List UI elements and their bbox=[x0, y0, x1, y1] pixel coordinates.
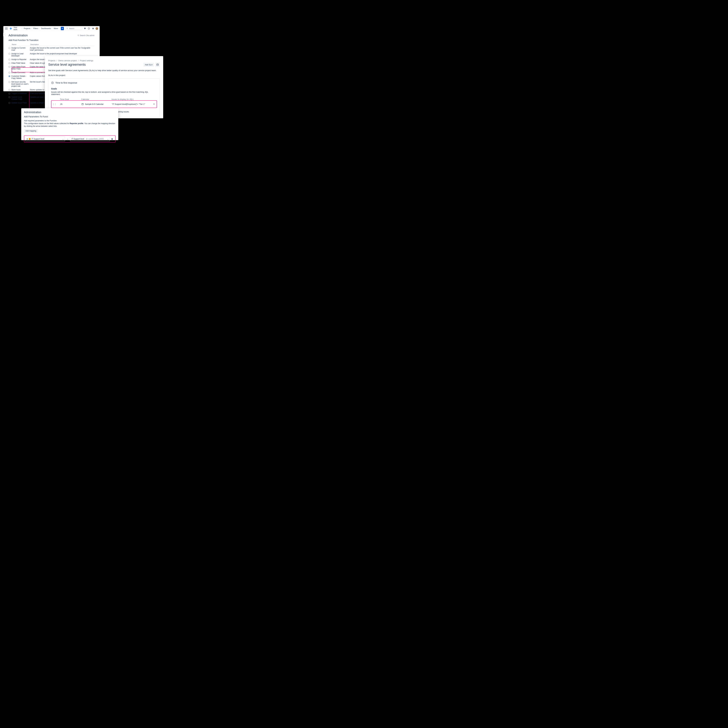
radio-icon[interactable] bbox=[9, 62, 10, 64]
nav-projects[interactable]: Projects⌄ bbox=[24, 28, 32, 29]
radio-icon[interactable] bbox=[9, 53, 10, 55]
function-name: Assign to Reporter bbox=[11, 58, 30, 61]
function-desc: Assigns the issue to the project/compone… bbox=[30, 53, 95, 55]
remove-goal-icon[interactable]: ✕ bbox=[152, 103, 156, 105]
col-desc: Description bbox=[30, 44, 95, 45]
svg-line-10 bbox=[67, 29, 68, 29]
crumb-projects[interactable]: Projects bbox=[48, 60, 55, 62]
clock-icon bbox=[51, 81, 54, 84]
search-icon bbox=[78, 35, 79, 36]
target-field-select[interactable]: IT Support level id: customfield_10055 ⌄ bbox=[70, 137, 110, 141]
svg-rect-6 bbox=[5, 29, 6, 29]
svg-text:?: ? bbox=[89, 28, 89, 29]
radio-icon[interactable] bbox=[9, 102, 10, 104]
svg-rect-5 bbox=[7, 28, 8, 29]
nav-filters[interactable]: Filters⌄ bbox=[33, 28, 40, 29]
breadcrumb: Projects/ Demo service project/ Project … bbox=[48, 60, 160, 62]
function-name: Assign to Current User bbox=[11, 47, 30, 51]
radio-icon[interactable] bbox=[9, 75, 10, 77]
function-name: Customer Details - Copy Values bbox=[11, 75, 30, 80]
delete-mapping-icon[interactable] bbox=[111, 138, 114, 140]
sla-intro: Set time goals with Service Level Agreem… bbox=[48, 69, 160, 72]
function-name: Create Comment bbox=[11, 72, 30, 73]
svg-rect-20 bbox=[82, 104, 83, 105]
add-sla-button[interactable]: Add SLA bbox=[143, 63, 154, 67]
sla-in-project-label: SLAs in this project: bbox=[48, 74, 160, 76]
function-name: Update Issue Custom Field bbox=[11, 96, 30, 100]
svg-rect-4 bbox=[6, 28, 7, 29]
calendar-icon bbox=[81, 103, 84, 105]
goals-desc: Issues will be checked against this list… bbox=[51, 91, 157, 95]
col-name: Name bbox=[12, 44, 30, 45]
goal-jql: "IT Support level[Dropdown]"= "Tier 1" bbox=[112, 103, 152, 105]
svg-rect-2 bbox=[7, 28, 8, 28]
panel-parameters: Administration Add Parameters To Funct A… bbox=[21, 108, 118, 140]
field-type-icon: ▾ bbox=[29, 138, 31, 140]
function-row[interactable]: Assign to Current UserAssigns the issue … bbox=[9, 46, 95, 52]
nav-dashboards[interactable]: Dashboards⌄ bbox=[41, 28, 53, 29]
radio-icon[interactable] bbox=[9, 66, 10, 68]
radio-icon[interactable] bbox=[9, 59, 10, 60]
sla-goal-row[interactable]: ⋮⋮ 2h Sample 9-5 Calendar "IT Support le… bbox=[51, 100, 157, 108]
help-icon[interactable]: ? bbox=[87, 27, 90, 30]
subtitle: Add Post Function To Transition bbox=[9, 39, 95, 41]
radio-icon[interactable] bbox=[9, 72, 10, 73]
radio-icon[interactable] bbox=[9, 93, 10, 94]
col-jql: Issues to display (in JQL) bbox=[112, 98, 157, 100]
target-field-id: id: customfield_10055 bbox=[86, 138, 104, 140]
svg-rect-7 bbox=[6, 29, 7, 29]
direction-arrow-icon[interactable]: → bbox=[66, 138, 69, 140]
svg-line-14 bbox=[78, 36, 79, 36]
page-title: Administration bbox=[9, 34, 28, 37]
radio-icon[interactable] bbox=[9, 89, 10, 91]
goal-time: 2h bbox=[60, 103, 81, 105]
search-icon bbox=[66, 28, 68, 29]
goal-calendar: Sample 9-5 Calendar bbox=[85, 103, 104, 105]
function-name: Assign to Lead Developer bbox=[11, 53, 30, 57]
function-name: Clear Field Value bbox=[11, 62, 30, 64]
col-calendar: Calendar bbox=[81, 98, 112, 100]
jira-logo-icon[interactable] bbox=[9, 27, 12, 30]
page-title: Administration bbox=[24, 111, 116, 114]
app-switcher-icon[interactable] bbox=[5, 27, 8, 30]
chevron-down-icon: ⌄ bbox=[62, 138, 64, 140]
chevron-down-icon: ⌄ bbox=[107, 138, 109, 140]
nav-your-work[interactable]: Your work⌄ bbox=[14, 26, 23, 31]
notifications-icon[interactable] bbox=[83, 27, 86, 30]
nav-more[interactable]: More⌄ bbox=[54, 28, 60, 29]
drag-handle-icon[interactable]: ⋮⋮ bbox=[52, 103, 56, 106]
svg-rect-1 bbox=[6, 28, 7, 28]
sla-name: Time to first response bbox=[55, 81, 77, 84]
svg-rect-15 bbox=[157, 64, 159, 66]
svg-rect-3 bbox=[5, 28, 6, 29]
mapping-row: ✿ ▾ IT Support level ⌄ → IT Support leve… bbox=[24, 135, 116, 142]
function-name: Set issue security level based on user's… bbox=[11, 81, 30, 87]
add-mapping-button[interactable]: Add mapping bbox=[24, 129, 38, 133]
function-name: Store Issue bbox=[11, 89, 30, 91]
crumb-demo[interactable]: Demo service project bbox=[58, 60, 77, 62]
user-avatar[interactable] bbox=[96, 27, 98, 30]
crumb-settings[interactable]: Project settings bbox=[80, 60, 93, 62]
sla-page-title: Service level agreements bbox=[48, 63, 86, 67]
create-button[interactable]: + bbox=[61, 27, 64, 30]
subtitle: Add Parameters To Funct bbox=[24, 115, 116, 118]
svg-point-9 bbox=[67, 28, 68, 29]
svg-rect-0 bbox=[5, 28, 6, 28]
goals-label: Goals bbox=[51, 87, 157, 90]
search-admin[interactable]: Search Jira admin bbox=[78, 34, 95, 37]
svg-point-13 bbox=[78, 35, 79, 36]
col-time: Time Goal bbox=[60, 98, 81, 100]
source-field-label: IT Support level bbox=[32, 138, 44, 140]
source-field-select[interactable]: ✿ ▾ IT Support level ⌄ bbox=[25, 137, 65, 141]
global-nav: Your work⌄ Projects⌄ Filters⌄ Dashboards… bbox=[3, 26, 99, 31]
function-name: Trigger a Webhook bbox=[11, 92, 30, 95]
radio-icon[interactable] bbox=[9, 96, 10, 98]
global-search[interactable]: Search bbox=[65, 27, 82, 30]
function-name: Copy Value From Other Field bbox=[11, 66, 30, 70]
sla-calendar-icon[interactable] bbox=[155, 62, 160, 67]
radio-icon[interactable] bbox=[9, 81, 10, 83]
settings-icon[interactable] bbox=[92, 27, 95, 30]
function-name: Update Issue Field bbox=[11, 102, 30, 104]
params-description: Add required parameters to the Function.… bbox=[24, 119, 116, 128]
radio-icon[interactable] bbox=[9, 47, 10, 49]
